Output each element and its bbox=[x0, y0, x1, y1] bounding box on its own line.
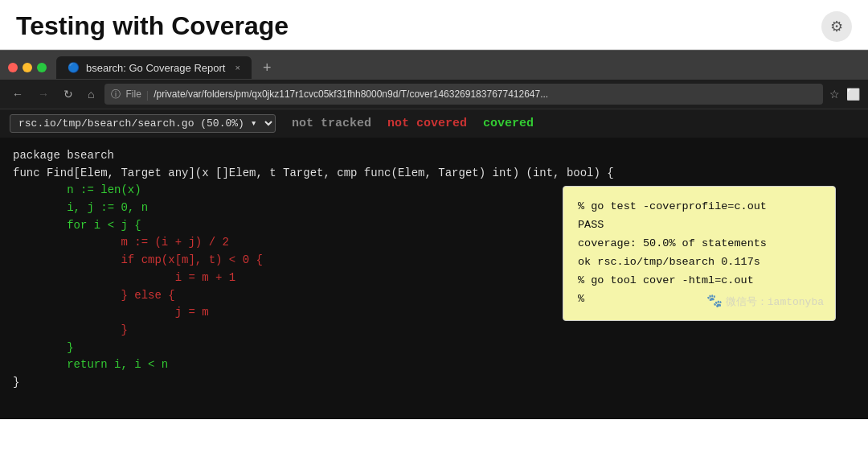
info-icon: ⓘ bbox=[111, 88, 121, 101]
maximize-button[interactable] bbox=[37, 63, 47, 72]
legend-not-covered: not covered bbox=[387, 117, 467, 130]
legend-covered: covered bbox=[483, 117, 534, 130]
browser-tab[interactable]: 🔵 bsearch: Go Coverage Report × bbox=[56, 56, 252, 79]
code-line: func Find[Elem, Target any](x []Elem, t … bbox=[13, 165, 855, 183]
bookmark-icon[interactable]: ☆ bbox=[829, 88, 840, 101]
terminal-line: coverage: 50.0% of statements bbox=[578, 235, 821, 253]
tab-close-button[interactable]: × bbox=[235, 63, 240, 72]
close-button[interactable] bbox=[8, 63, 18, 72]
code-line: } bbox=[13, 322, 855, 340]
minimize-button[interactable] bbox=[23, 63, 32, 72]
forward-button[interactable]: → bbox=[34, 86, 53, 102]
terminal-line: % go test -coverprofile=c.out bbox=[578, 198, 821, 216]
address-bar-input[interactable]: ⓘ File | /private/var/folders/pm/qx0jkz1… bbox=[104, 84, 823, 105]
settings-icon: ⚙ bbox=[830, 18, 843, 35]
fullscreen-icon[interactable]: ⬜ bbox=[846, 88, 860, 101]
home-button[interactable]: ⌂ bbox=[84, 86, 98, 102]
code-line: } bbox=[13, 374, 855, 392]
new-tab-button[interactable]: + bbox=[258, 60, 276, 76]
terminal-line: ok rsc.io/tmp/bsearch 0.117s bbox=[578, 253, 821, 272]
watermark: 🐾微信号：iamtonyba bbox=[706, 291, 824, 313]
code-line: } bbox=[13, 340, 855, 357]
file-selector[interactable]: rsc.io/tmp/bsearch/search.go (50.0%) ▾ bbox=[10, 114, 276, 133]
refresh-button[interactable]: ↻ bbox=[59, 86, 77, 102]
address-separator: | bbox=[146, 88, 149, 101]
terminal-popup: % go test -coverprofile=c.outPASScoverag… bbox=[563, 186, 836, 321]
file-label: File bbox=[125, 88, 141, 100]
code-editor: package bsearchfunc Find[Elem, Target an… bbox=[0, 138, 868, 419]
code-line: return i, i < n bbox=[13, 356, 855, 374]
code-line: package bsearch bbox=[13, 147, 855, 165]
address-url: /private/var/folders/pm/qx0jkz117r1cvc05… bbox=[154, 88, 548, 100]
terminal-line: PASS bbox=[578, 216, 821, 235]
legend-not-tracked: not tracked bbox=[292, 117, 371, 130]
traffic-lights bbox=[8, 63, 47, 72]
tab-title: bsearch: Go Coverage Report bbox=[86, 62, 225, 74]
settings-button[interactable]: ⚙ bbox=[821, 11, 852, 42]
page-title: Testing with Coverage bbox=[16, 11, 852, 41]
back-button[interactable]: ← bbox=[8, 86, 27, 102]
terminal-line: % go tool cover -html=c.out bbox=[578, 272, 821, 290]
tab-favicon: 🔵 bbox=[68, 62, 80, 73]
